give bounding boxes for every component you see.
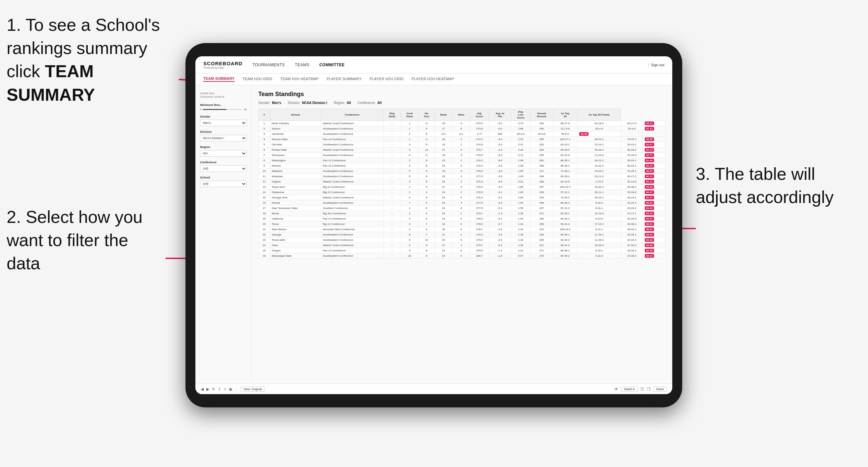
cell-data: - — [383, 137, 401, 142]
subnav-player-h2h-heatmap[interactable]: PLAYER H2H HEATMAP — [412, 77, 454, 82]
cell-data: 33-44-3 — [621, 238, 643, 243]
subnav-team-h2h-heatmap[interactable]: TEAM H2H HEATMAP — [280, 77, 318, 82]
sidebar-division-select[interactable]: NCAA Division I NCAA Division II NCAA Di… — [200, 135, 247, 142]
cell-conference: Mountain West Conference — [321, 227, 383, 232]
cell-data: 277.5 — [470, 200, 489, 206]
cell-data: 66-40-1 — [553, 248, 578, 253]
cell-data: 3 — [401, 222, 418, 227]
clock-icon[interactable]: ◉ — [229, 387, 232, 392]
watch-btn[interactable]: Watch ▾ — [621, 386, 638, 392]
nav-refresh-icon[interactable]: ↻ — [212, 387, 215, 392]
table-row: 26Mississippi StateSoutheastern Conferen… — [259, 253, 665, 259]
cell-data: 2 — [401, 131, 418, 137]
cell-data: - — [383, 185, 401, 190]
cell-conference: Big Ten Conference — [321, 211, 383, 216]
cell-data: 221 — [530, 243, 553, 248]
table-row: 14OklahomaBig 12 Conference-24242276.9-6… — [259, 190, 665, 195]
table-body: 1North CarolinaAtlantic Coast Conference… — [259, 121, 665, 259]
cell-data: 32-19-0 — [621, 153, 643, 158]
nav-forward-icon[interactable]: ▶ — [206, 387, 209, 392]
cell-data: 2.20 — [511, 147, 530, 153]
cell-data: 1.85 — [511, 185, 530, 190]
cell-data: 27 — [435, 243, 453, 248]
cell-rank: 24 — [259, 243, 270, 248]
cell-data: 276.3 — [470, 158, 489, 163]
slider-track[interactable] — [203, 109, 242, 110]
cell-points: 83.27 — [643, 142, 665, 147]
cell-data: 277.8 — [470, 206, 489, 211]
cell-data: 278.6 — [470, 222, 489, 227]
cell-data: 17-9-0 — [578, 179, 621, 185]
grid-icon[interactable]: ☷ — [641, 387, 644, 392]
col-school: School — [270, 109, 321, 121]
cell-school: Washington — [270, 158, 321, 163]
cell-school: Florida State — [270, 147, 321, 153]
nav-tournaments[interactable]: TOURNAMENTS — [252, 63, 285, 67]
cell-conference: Atlantic Coast Conference — [321, 147, 383, 153]
sidebar-gender-select[interactable]: Men's Women's — [200, 120, 247, 126]
cell-conference: Southeastern Conference — [321, 126, 383, 131]
cell-data: 2 — [401, 163, 418, 168]
slider-fill — [203, 109, 226, 110]
cell-data: - — [383, 216, 401, 222]
cell-data: 11-28-3 — [578, 238, 621, 243]
nav-teams[interactable]: TEAMS — [295, 63, 309, 67]
instruction-step3-text: 3. The table will adjust accordingly — [696, 164, 834, 207]
cell-data: 23 — [435, 253, 453, 259]
cell-points: 80.71 — [643, 174, 665, 179]
cell-data: 27 — [435, 126, 453, 131]
cell-data: 7 — [418, 222, 435, 227]
cell-data: 10 — [418, 147, 435, 153]
cell-rank: 21 — [259, 227, 270, 232]
add-bookmark-icon[interactable]: + — [224, 387, 226, 392]
cell-data: 209 — [530, 190, 553, 195]
cell-data: 6 — [453, 126, 470, 131]
share-icon[interactable]: ⇪ — [218, 387, 221, 392]
cell-data: 0.97 — [511, 253, 530, 259]
cell-rank: 6 — [259, 147, 270, 153]
cell-data: 9 — [453, 238, 470, 243]
bottom-bar: ◀ ▶ ↻ ⇪ + ◉ View: Original 👁 Watch ▾ ☷ ❐… — [195, 383, 672, 394]
col-overall-record: OverallRecord — [530, 109, 553, 121]
cell-data: 8 — [418, 179, 435, 185]
subnav-player-h2h-grid[interactable]: PLAYER H2H GRID — [370, 77, 404, 82]
cell-data: 4 — [401, 153, 418, 158]
cell-data: 262 — [530, 158, 553, 163]
sidebar-region-select[interactable]: N/A East West Midwest — [200, 150, 247, 157]
subnav-team-summary[interactable]: TEAM SUMMARY — [203, 76, 235, 82]
cell-data: 86-25-1 — [553, 158, 578, 163]
sign-out-sep: | — [648, 63, 649, 67]
cell-conference: Big 12 Conference — [321, 185, 383, 190]
sign-out-button[interactable]: Sign out — [651, 63, 664, 67]
cell-data: 6.2 — [453, 131, 470, 137]
cell-school: Vanderbilt — [270, 131, 321, 137]
cell-rank: 9 — [259, 163, 270, 168]
cell-data: 0 — [453, 248, 470, 253]
cell-data: 2 — [453, 185, 470, 190]
nav-back-icon[interactable]: ◀ — [201, 387, 204, 392]
col-conf-rank: ConfRank — [401, 109, 418, 121]
cell-data: -5.8 — [489, 232, 511, 238]
cell-data: 2.52 — [511, 137, 530, 142]
sidebar-conference-select[interactable]: (All) ACC SEC Big 12 — [200, 165, 247, 172]
table-row: 9ArizonaPac-12 Conference-28234276.3-4.6… — [259, 163, 665, 168]
subnav-player-summary[interactable]: PLAYER SUMMARY — [327, 77, 362, 82]
resize-icon[interactable]: ❐ — [647, 387, 650, 392]
cell-data: 12-14-1 — [578, 142, 621, 147]
cell-data: 217 — [530, 168, 553, 174]
subnav-team-h2h-grid[interactable]: TEAM H2H GRID — [242, 77, 272, 82]
share-btn[interactable]: Share — [653, 386, 667, 392]
table-row: 23Texas A&MSoutheastern Conference-91030… — [259, 238, 665, 243]
view-original-btn[interactable]: View: Original — [241, 386, 265, 392]
col-no-tour: NoTour — [418, 109, 435, 121]
sidebar-gender-section: Gender Men's Women's — [200, 115, 247, 126]
sidebar-school-select[interactable]: (All) — [200, 181, 247, 187]
cell-data: 4 — [453, 121, 470, 126]
region-value: All — [347, 101, 351, 105]
cell-data: -6.0 — [489, 179, 511, 185]
cell-rank: 19 — [259, 216, 270, 222]
nav-committee[interactable]: COMMITTEE — [319, 63, 345, 67]
cell-points: 86.58 — [578, 131, 621, 137]
cell-data: -3.6 — [489, 168, 511, 174]
cell-data: 1 — [401, 126, 418, 131]
